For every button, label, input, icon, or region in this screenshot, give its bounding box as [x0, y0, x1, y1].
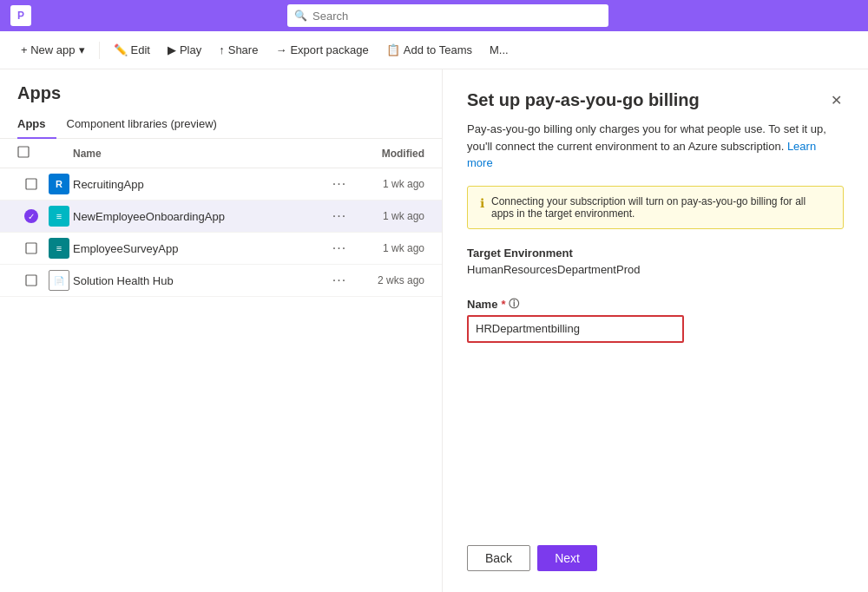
app-icon-shape: ≡: [49, 206, 69, 227]
required-indicator: *: [501, 298, 505, 311]
app-modified: 1 wk ago: [355, 210, 424, 222]
row-actions[interactable]: ···: [324, 273, 355, 288]
new-app-dropdown-icon: ▾: [79, 43, 85, 56]
apps-title: Apps: [0, 69, 442, 110]
col-check-header: [17, 146, 45, 161]
row-check: [17, 242, 45, 254]
search-icon: 🔍: [294, 10, 307, 22]
next-button[interactable]: Next: [537, 545, 597, 571]
warning-text: Connecting your subscription will turn o…: [491, 195, 831, 220]
target-env-group: Target Environment HumanResourcesDepartm…: [467, 247, 844, 290]
target-env-label: Target Environment: [467, 247, 844, 260]
app-modified: 1 wk ago: [355, 242, 424, 254]
toolbar: + New app ▾ ✏️ Edit ▶ Play ↑ Share → Exp…: [0, 31, 868, 69]
tab-apps[interactable]: Apps: [17, 110, 56, 139]
search-input[interactable]: [312, 10, 602, 23]
svg-rect-3: [26, 275, 36, 286]
play-button[interactable]: ▶ Play: [161, 40, 208, 60]
tabs: Apps Component libraries (preview): [0, 110, 442, 139]
close-button[interactable]: ✕: [829, 90, 844, 110]
app-name: EmployeeSurveyApp: [73, 242, 324, 255]
table-header: Name Modified: [0, 139, 442, 168]
row-check: [17, 178, 45, 190]
play-icon: ▶: [168, 43, 176, 56]
app-icon: 📄: [45, 270, 73, 291]
new-app-button[interactable]: + New app ▾: [14, 40, 92, 60]
search-box[interactable]: 🔍: [287, 4, 608, 27]
app-icon: ≡: [45, 238, 73, 259]
app-modified: 2 wks ago: [355, 274, 424, 286]
warning-icon: ℹ: [480, 196, 484, 210]
panel-spacer: [467, 343, 844, 525]
topbar: P 🔍: [0, 0, 868, 31]
warning-box: ℹ Connecting your subscription will turn…: [467, 186, 844, 229]
tab-component-libraries[interactable]: Component libraries (preview): [56, 110, 227, 139]
new-app-label: + New app: [21, 43, 76, 56]
table-row[interactable]: ≡ EmployeeSurveyApp ··· 1 wk ago: [0, 233, 442, 265]
check-icon: ✓: [24, 209, 38, 223]
col-name-header: Name: [73, 148, 324, 160]
row-check: ✓: [17, 209, 45, 223]
main-layout: Apps Apps Component libraries (preview) …: [0, 69, 868, 592]
name-info-icon[interactable]: ⓘ: [509, 297, 519, 312]
panel-title: Set up pay-as-you-go billing: [467, 90, 700, 110]
table-row[interactable]: 📄 Solution Health Hub ··· 2 wks ago: [0, 265, 442, 297]
share-icon: ↑: [219, 43, 225, 56]
name-input[interactable]: [467, 315, 684, 343]
row-actions[interactable]: ···: [324, 176, 355, 192]
svg-rect-2: [26, 243, 36, 253]
toolbar-separator-1: [99, 42, 100, 59]
teams-icon: 📋: [386, 43, 400, 56]
app-icon: ≡: [45, 206, 73, 227]
col-modified-header: Modified: [355, 148, 424, 160]
export-button[interactable]: → Export package: [268, 40, 375, 60]
app-name: Solution Health Hub: [73, 274, 324, 287]
panel-header: Set up pay-as-you-go billing ✕: [467, 90, 844, 110]
app-icon-shape: ≡: [49, 238, 69, 259]
app-icon-shape: 📄: [49, 270, 69, 291]
svg-rect-1: [26, 179, 36, 189]
table-row[interactable]: R RecruitingApp ··· 1 wk ago: [0, 168, 442, 201]
app-icon-shape: R: [49, 174, 69, 194]
left-panel: Apps Apps Component libraries (preview) …: [0, 69, 443, 592]
table-row[interactable]: ✓ ≡ NewEmployeeOnboardingApp ··· 1 wk ag…: [0, 201, 442, 233]
add-teams-button[interactable]: 📋 Add to Teams: [379, 40, 479, 60]
export-icon: →: [275, 43, 286, 56]
more-button[interactable]: M...: [483, 40, 516, 60]
edit-icon: ✏️: [114, 43, 128, 56]
app-name: NewEmployeeOnboardingApp: [73, 210, 324, 223]
row-check: [17, 274, 45, 286]
app-name: RecruitingApp: [73, 178, 324, 191]
svg-rect-0: [18, 147, 29, 157]
app-table: R RecruitingApp ··· 1 wk ago ✓ ≡ NewEmpl…: [0, 168, 442, 297]
target-env-value: HumanResourcesDepartmentProd: [467, 263, 844, 276]
panel-description: Pay-as-you-go billing only charges you f…: [467, 121, 844, 172]
row-actions[interactable]: ···: [324, 208, 355, 224]
edit-button[interactable]: ✏️ Edit: [107, 40, 157, 60]
share-button[interactable]: ↑ Share: [212, 40, 265, 60]
back-button[interactable]: Back: [467, 545, 530, 571]
app-modified: 1 wk ago: [355, 178, 424, 190]
row-actions[interactable]: ···: [324, 240, 355, 256]
app-icon: R: [45, 174, 73, 194]
name-field-label: Name * ⓘ: [467, 297, 844, 312]
panel-footer: Back Next: [467, 524, 844, 571]
right-panel: Set up pay-as-you-go billing ✕ Pay-as-yo…: [443, 69, 868, 592]
app-logo: P: [10, 5, 31, 26]
